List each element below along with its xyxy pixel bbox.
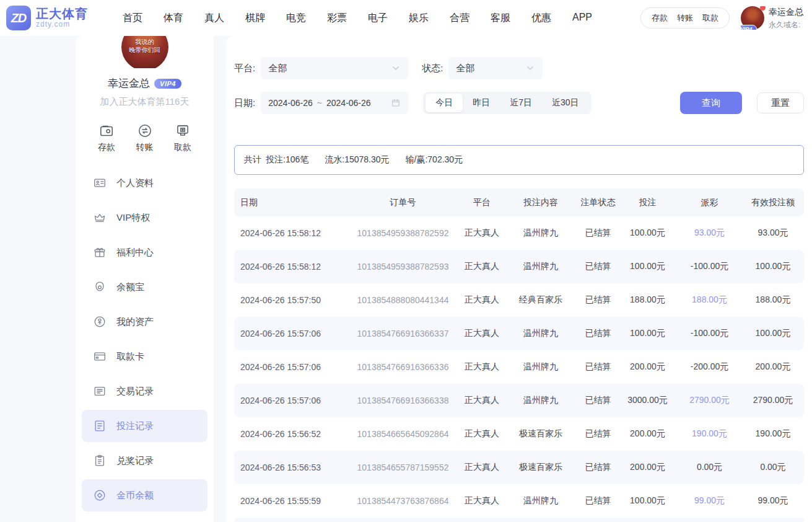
transaction-icon: [93, 384, 107, 398]
sidebar-menu-item[interactable]: 个人资料: [82, 167, 207, 199]
cell-bet-amount: 100.00元: [618, 228, 677, 239]
cell-bet-amount: 3000.00元: [618, 395, 677, 406]
quick-action[interactable]: 存款: [98, 123, 115, 153]
platform-select-value: 全部: [268, 63, 391, 74]
sidebar-menu-item[interactable]: 余额宝: [82, 271, 207, 303]
date-range-input[interactable]: 2024-06-26~2024-06-26: [261, 92, 408, 114]
cell-payout: 190.00元: [677, 428, 742, 440]
sidebar-menu-label: 取款卡: [116, 351, 144, 363]
filter-row-2: 日期: 2024-06-26~2024-06-26 今日 昨日 近7日 近30日…: [234, 92, 804, 114]
main-content: 平台: 全部 状态: 全部 日期: 2024-06-26~2024-06-26 …: [226, 36, 812, 522]
sidebar-menu-item[interactable]: 交易记录: [82, 375, 207, 407]
nav-item[interactable]: 电子: [368, 12, 388, 25]
profile-avatar[interactable]: 我说的 晚带你们回: [121, 36, 168, 68]
nav-item[interactable]: 客服: [491, 12, 510, 25]
nav-item[interactable]: 体育: [164, 12, 183, 25]
user-chip[interactable]: VIP4 幸运金总 永久域名:: [741, 6, 812, 30]
calendar-icon: [391, 98, 401, 108]
cell-date: 2024-06-26 15:56:52: [234, 429, 346, 439]
sidebar-menu-item[interactable]: 兑奖记录: [82, 445, 207, 477]
brand-name: 正大体育: [36, 7, 88, 20]
nav-item[interactable]: 优惠: [531, 12, 551, 25]
wallet-action[interactable]: 转账: [677, 12, 693, 24]
cell-bet-content: 经典百家乐: [504, 294, 578, 306]
date-label: 日期:: [234, 97, 255, 109]
profile-vip-badge: VIP4: [154, 79, 181, 89]
bank-card-icon: [93, 350, 107, 363]
sidebar-menu-item[interactable]: 实时返水: [82, 514, 207, 522]
cell-order-number: 1013854959388782592: [346, 228, 460, 238]
cell-payout: 93.00元: [677, 228, 742, 239]
sidebar-menu-item[interactable]: 取款卡: [82, 340, 207, 373]
wallet-action[interactable]: 存款: [652, 12, 668, 24]
cell-order-number: 1013854665645092864: [346, 429, 460, 439]
nav-item[interactable]: 娱乐: [409, 12, 429, 25]
wallet-action[interactable]: 取款: [702, 12, 718, 24]
table-header-cell: 日期: [234, 197, 346, 208]
filter-row-1: 平台: 全部 状态: 全部: [234, 57, 804, 79]
quick-action-label: 存款: [98, 142, 115, 153]
cell-bet-amount: 188.00元: [618, 294, 677, 306]
sidebar-menu-label: 兑奖记录: [116, 455, 154, 467]
user-name: 幸运金总: [769, 6, 803, 18]
cell-payout: 2790.00元: [677, 395, 742, 406]
table-row: 2024-06-26 15:56:53 1013854655787159552 …: [234, 451, 804, 484]
sidebar-menu-label: 个人资料: [116, 177, 154, 189]
cell-status: 已结算: [578, 428, 618, 440]
gold-coin-icon: [93, 489, 107, 502]
cell-platform: 正大真人: [460, 261, 504, 272]
cell-order-number: 1013854888080441344: [346, 295, 460, 305]
cell-platform: 正大真人: [460, 462, 504, 473]
brand-text: 正大体育 zdty.com: [36, 7, 88, 29]
table-header-cell: 订单号: [346, 197, 460, 208]
cell-status: 已结算: [578, 462, 618, 473]
cell-order-number: 1013854473763876864: [346, 496, 460, 506]
nav-item[interactable]: 彩票: [327, 12, 347, 25]
date-range-button[interactable]: 昨日: [463, 94, 500, 112]
quick-action-label: 转账: [136, 142, 154, 153]
sidebar-menu-item[interactable]: 我的资产: [82, 306, 207, 338]
sidebar-menu-item[interactable]: VIP特权: [82, 201, 207, 234]
cell-payout: 188.00元: [677, 294, 742, 306]
table-row: 2024-06-26 15:55:59 1013854473763876864 …: [234, 484, 804, 518]
reset-button[interactable]: 重置: [757, 92, 804, 113]
user-avatar[interactable]: VIP4: [741, 6, 764, 30]
cell-platform: 正大真人: [460, 395, 504, 406]
date-range-button[interactable]: 近30日: [542, 94, 589, 112]
nav-item[interactable]: 棋牌: [245, 12, 265, 25]
date-quick-ranges: 今日 昨日 近7日 近30日: [423, 92, 591, 114]
nav-item[interactable]: 电竞: [286, 12, 306, 25]
sidebar-menu-item[interactable]: 投注记录: [82, 410, 207, 442]
platform-select[interactable]: 全部: [261, 57, 408, 79]
table-header-cell: 注单状态: [578, 197, 618, 208]
nav-item[interactable]: 合营: [450, 12, 469, 25]
search-button[interactable]: 查询: [680, 92, 742, 114]
quick-actions: 存款 转账 取款: [98, 123, 191, 153]
nav-item[interactable]: 真人: [204, 12, 224, 25]
brand-domain: zdty.com: [36, 20, 88, 29]
cell-bet-amount: 200.00元: [618, 361, 677, 373]
wallet-actions-pill: 存款 转账 取款: [640, 7, 730, 29]
status-select[interactable]: 全部: [448, 57, 543, 79]
cell-valid-amount: 93.00元: [742, 228, 804, 239]
cell-bet-amount: 200.00元: [618, 428, 677, 440]
date-range-button[interactable]: 今日: [426, 94, 463, 112]
sidebar-menu-item[interactable]: 金币余额: [82, 479, 207, 511]
sidebar-menu-item[interactable]: 福利中心: [82, 236, 207, 268]
date-range-button[interactable]: 近7日: [500, 94, 542, 112]
cell-status: 已结算: [578, 395, 618, 406]
transfer-icon: [137, 123, 153, 139]
top-navbar: ZD 正大体育 zdty.com 首页 体育 真人 棋牌 电竞 彩票 电子 娱乐…: [0, 0, 812, 36]
nav-item[interactable]: 首页: [123, 12, 142, 25]
sidebar-menu-label: 交易记录: [116, 386, 154, 397]
cell-order-number: 1013854655787159552: [346, 462, 460, 472]
chevron-down-icon: [525, 63, 535, 73]
chevron-down-icon: [391, 63, 401, 73]
cell-date: 2024-06-26 15:57:50: [234, 295, 346, 305]
brand-logo[interactable]: ZD 正大体育 zdty.com: [6, 6, 88, 30]
table-body: 2024-06-26 15:58:12 1013854959388782592 …: [234, 216, 804, 518]
nav-item[interactable]: APP: [572, 12, 592, 25]
quick-action[interactable]: 转账: [136, 123, 154, 153]
cell-date: 2024-06-26 15:58:12: [234, 262, 346, 272]
quick-action[interactable]: 取款: [174, 123, 191, 153]
